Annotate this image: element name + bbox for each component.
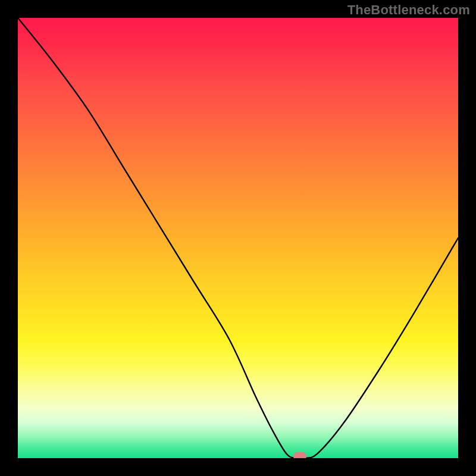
- chart-frame: TheBottleneck.com: [0, 0, 476, 476]
- bottleneck-curve: [18, 18, 458, 458]
- watermark-text: TheBottleneck.com: [347, 2, 470, 18]
- plot-area: [18, 18, 458, 458]
- optimal-point-marker: [293, 452, 306, 458]
